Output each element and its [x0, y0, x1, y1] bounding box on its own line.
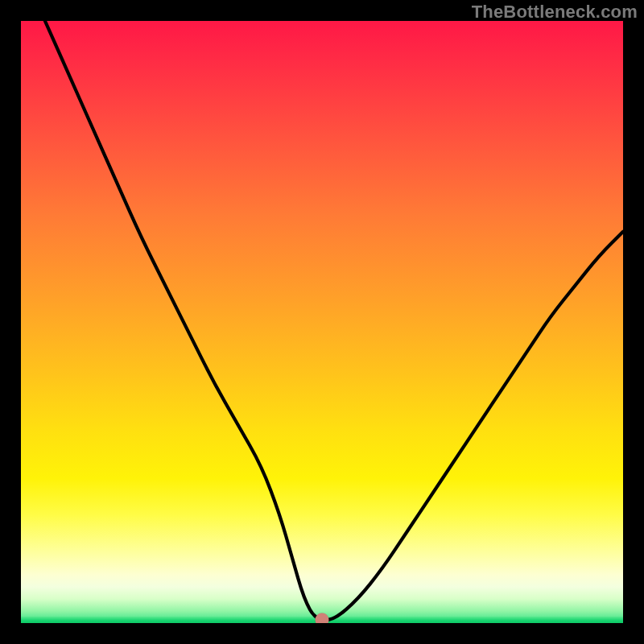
optimal-point-marker	[316, 613, 329, 623]
bottleneck-curve-svg	[21, 21, 623, 623]
plot-area	[21, 21, 623, 623]
bottleneck-curve-path	[45, 21, 623, 620]
chart-frame: TheBottleneck.com	[0, 0, 644, 644]
watermark-text: TheBottleneck.com	[472, 2, 638, 23]
